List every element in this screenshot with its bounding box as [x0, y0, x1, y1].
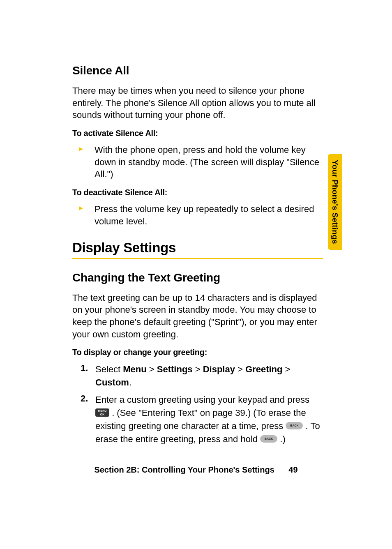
triangle-bullet-icon [78, 144, 95, 152]
step-number: 2. [81, 393, 95, 404]
sep: > [147, 364, 157, 374]
page-number: 49 [288, 465, 297, 475]
greeting-intro: The text greeting can be up to 14 charac… [72, 292, 323, 341]
silence-intro: There may be times when you need to sile… [72, 85, 323, 121]
step-2-text: Enter a custom greeting using your keypa… [95, 393, 323, 446]
step-1: 1. Select Menu > Settings > Display > Gr… [81, 363, 323, 389]
sep: > [235, 364, 245, 374]
svg-marker-1 [79, 206, 83, 210]
sep: > [282, 364, 290, 374]
svg-marker-0 [79, 147, 83, 151]
footer-text: Section 2B: Controlling Your Phone's Set… [94, 465, 274, 475]
step-2: 2. Enter a custom greeting using your ke… [81, 393, 323, 446]
custom-bold: Custom [95, 377, 129, 388]
display-bold: Display [203, 364, 235, 374]
display-settings-heading: Display Settings [72, 240, 323, 256]
back-key-icon [260, 435, 277, 443]
settings-bold: Settings [157, 364, 193, 374]
silence-all-heading: Silence All [72, 64, 323, 77]
activate-step-text: With the phone open, press and hold the … [95, 144, 323, 180]
section-rule [72, 258, 323, 259]
step-1-text: Select Menu > Settings > Display > Greet… [95, 363, 323, 389]
activate-label: To activate Silence All: [72, 129, 323, 138]
period: . [129, 377, 131, 388]
greeting-heading: Changing the Text Greeting [72, 271, 323, 284]
back-key-icon [286, 422, 303, 429]
page-footer: Section 2B: Controlling Your Phone's Set… [0, 465, 392, 475]
deactivate-label: To deactivate Silence All: [72, 188, 323, 197]
t: . (See "Entering Text" on page 39.) (To … [95, 408, 306, 431]
step-number: 1. [81, 363, 95, 374]
activate-step: With the phone open, press and hold the … [78, 144, 323, 180]
t: Select [95, 364, 123, 374]
t: .) [280, 434, 285, 444]
greeting-label: To display or change your greeting: [72, 348, 323, 357]
deactivate-step: Press the volume key up repeatedly to se… [78, 203, 323, 227]
sep: > [193, 364, 203, 374]
greeting-bold: Greeting [245, 364, 282, 374]
deactivate-step-text: Press the volume key up repeatedly to se… [95, 203, 323, 227]
menu-bold: Menu [123, 364, 146, 374]
t: Enter a custom greeting using your keypa… [95, 394, 309, 405]
menu-ok-key-icon [95, 408, 109, 417]
side-tab: Your Phone's Settings [328, 154, 342, 250]
page-content: Silence All There may be times when you … [72, 64, 323, 450]
triangle-bullet-icon [78, 203, 95, 211]
